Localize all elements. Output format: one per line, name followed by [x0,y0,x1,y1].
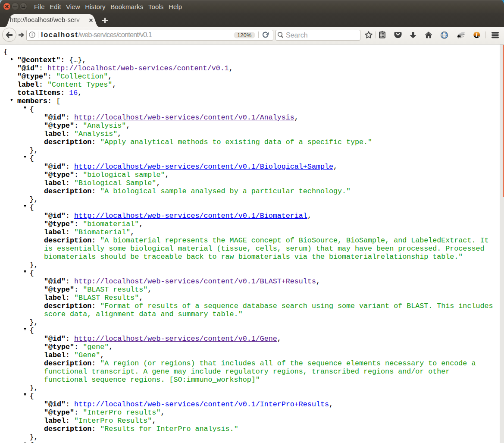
svg-text:L: L [475,31,479,38]
